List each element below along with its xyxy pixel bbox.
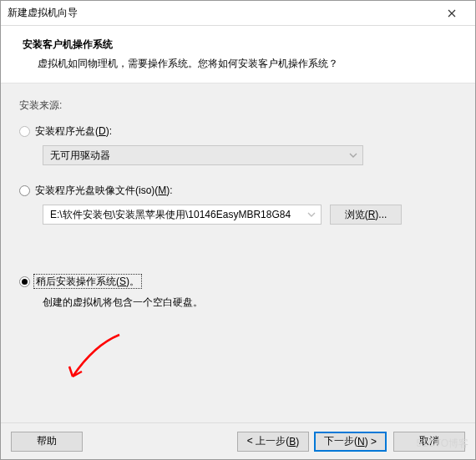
- option-installer-disc: 安装程序光盘(D):: [19, 124, 457, 139]
- wizard-header: 安装客户机操作系统 虚拟机如同物理机，需要操作系统。您将如何安装客户机操作系统？: [1, 26, 475, 83]
- option-iso-file[interactable]: 安装程序光盘映像文件(iso)(M):: [19, 184, 457, 198]
- browse-button: 浏览(R)...: [330, 205, 402, 225]
- iso-path-input: E:\软件安装包\安装黑苹果使用\10146EasyMBR18G84: [43, 205, 322, 225]
- option-iso-label: 安装程序光盘映像文件(iso)(M):: [35, 184, 173, 198]
- annotation-arrow-icon: [61, 330, 128, 388]
- next-button[interactable]: 下一步(N) >: [314, 432, 387, 452]
- radio-iso-file[interactable]: [19, 185, 30, 196]
- close-icon: [448, 9, 456, 18]
- back-button[interactable]: < 上一步(B): [237, 432, 309, 452]
- help-button[interactable]: 帮助: [11, 432, 83, 452]
- iso-row: E:\软件安装包\安装黑苹果使用\10146EasyMBR18G84 浏览(R)…: [43, 205, 457, 225]
- disc-drive-select: 无可用驱动器: [43, 145, 363, 165]
- chevron-down-icon: [349, 152, 357, 159]
- disc-drive-value: 无可用驱动器: [50, 149, 110, 163]
- wizard-footer: 帮助 < 上一步(B) 下一步(N) > 取消: [1, 422, 475, 459]
- page-title: 安装客户机操作系统: [23, 38, 453, 52]
- option-later-label: 稍后安装操作系统(S)。: [35, 275, 140, 289]
- page-subtitle: 虚拟机如同物理机，需要操作系统。您将如何安装客户机操作系统？: [38, 57, 453, 71]
- window-title: 新建虚拟机向导: [8, 6, 435, 20]
- wizard-content: 安装来源: 安装程序光盘(D): 无可用驱动器 安装程序光盘映像文件(iso)(…: [1, 83, 475, 424]
- chevron-down-icon: [307, 211, 316, 218]
- radio-installer-disc: [19, 126, 30, 137]
- close-button[interactable]: [435, 2, 468, 25]
- radio-install-later[interactable]: [19, 276, 30, 287]
- install-later-hint: 创建的虚拟机将包含一个空白硬盘。: [43, 296, 457, 310]
- iso-path-value: E:\软件安装包\安装黑苹果使用\10146EasyMBR18G84: [50, 208, 291, 222]
- option-disc-label: 安装程序光盘(D):: [35, 124, 112, 139]
- titlebar: 新建虚拟机向导: [1, 1, 475, 26]
- disc-drive-row: 无可用驱动器: [43, 145, 457, 165]
- option-install-later[interactable]: 稍后安装操作系统(S)。: [19, 275, 457, 289]
- cancel-button[interactable]: 取消: [393, 432, 465, 452]
- source-label: 安装来源:: [19, 99, 457, 113]
